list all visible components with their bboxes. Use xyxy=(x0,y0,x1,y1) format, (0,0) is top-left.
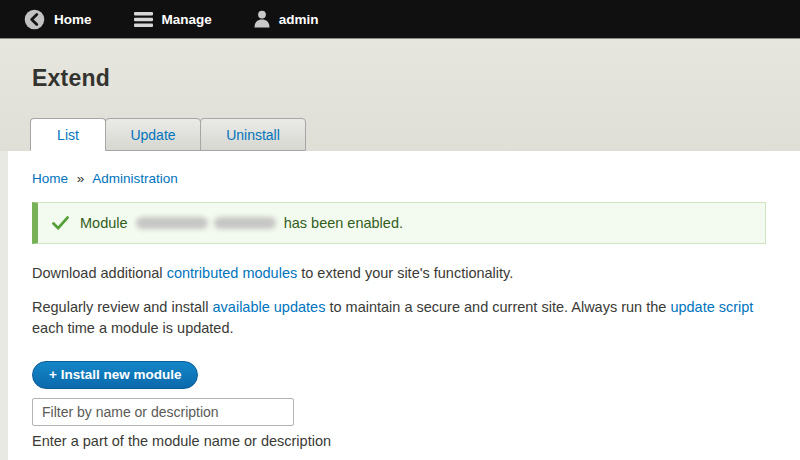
user-icon xyxy=(254,10,270,28)
status-message-suffix: has been enabled. xyxy=(284,215,403,231)
contributed-modules-link[interactable]: contributed modules xyxy=(167,265,298,281)
primary-tabs: List Update Uninstall xyxy=(30,118,305,151)
back-arrow-icon xyxy=(24,9,45,30)
admin-toolbar: Home Manage admin xyxy=(0,0,800,39)
status-message-text: Module has been enabled. xyxy=(80,215,403,231)
breadcrumb-link-administration[interactable]: Administration xyxy=(92,171,178,186)
hamburger-icon xyxy=(134,12,153,27)
page-header: Extend List Update Uninstall xyxy=(0,39,800,151)
toolbar-item-label: admin xyxy=(279,12,319,27)
tab-list[interactable]: List xyxy=(30,118,106,151)
intro-paragraph: Download additional contributed modules … xyxy=(32,263,766,284)
status-message: Module has been enabled. xyxy=(32,202,766,244)
toolbar-item-home[interactable]: Home xyxy=(10,0,106,38)
toolbar-item-label: Manage xyxy=(162,12,212,27)
paragraph-text: Download additional xyxy=(32,265,167,281)
tab-update[interactable]: Update xyxy=(105,118,201,151)
module-filter-input[interactable] xyxy=(32,398,294,426)
tab-uninstall[interactable]: Uninstall xyxy=(200,118,306,151)
filter-row xyxy=(32,398,766,426)
redacted-module-name xyxy=(214,217,276,229)
paragraph-text: to extend your site's functionality. xyxy=(297,265,513,281)
update-script-link[interactable]: update script xyxy=(670,299,753,315)
filter-description: Enter a part of the module name or descr… xyxy=(32,433,766,449)
install-new-module-button[interactable]: + Install new module xyxy=(32,361,198,389)
toolbar-item-label: Home xyxy=(54,12,92,27)
updates-paragraph: Regularly review and install available u… xyxy=(32,297,766,339)
breadcrumb-link-home[interactable]: Home xyxy=(32,171,68,186)
checkmark-icon xyxy=(52,216,69,230)
toolbar-item-admin[interactable]: admin xyxy=(240,0,333,38)
status-message-prefix: Module xyxy=(80,215,128,231)
main-content: Home » Administration Module has been en… xyxy=(0,151,800,449)
breadcrumb: Home » Administration xyxy=(32,171,766,186)
paragraph-text: each time a module is updated. xyxy=(32,320,234,336)
redacted-module-name xyxy=(136,217,208,229)
page-title: Extend xyxy=(0,39,800,92)
toolbar-item-manage[interactable]: Manage xyxy=(120,0,226,38)
breadcrumb-separator: » xyxy=(77,171,85,186)
paragraph-text: Regularly review and install xyxy=(32,299,213,315)
paragraph-text: to maintain a secure and current site. A… xyxy=(325,299,670,315)
available-updates-link[interactable]: available updates xyxy=(213,299,326,315)
